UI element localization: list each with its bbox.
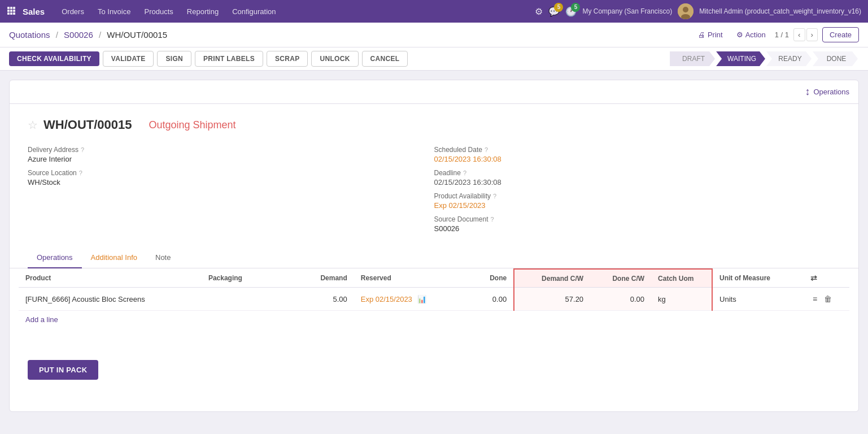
scheduled-date-field: Scheduled Date ? 02/15/2023 16:30:08 bbox=[434, 146, 841, 169]
svg-rect-5 bbox=[13, 10, 15, 12]
svg-rect-2 bbox=[13, 7, 15, 9]
product-availability-value[interactable]: Exp 02/15/2023 bbox=[434, 201, 841, 210]
help-icon-sched[interactable]: ? bbox=[485, 146, 488, 153]
list-action-button[interactable]: ≡ bbox=[810, 293, 819, 305]
doc-number: WH/OUT/00015 bbox=[43, 118, 132, 132]
nav-arrows: ‹ › bbox=[793, 28, 818, 41]
nav-configuration[interactable]: Configuration bbox=[226, 5, 281, 18]
avatar[interactable] bbox=[678, 3, 693, 19]
source-location-value[interactable]: WH/Stock bbox=[28, 178, 434, 186]
help-icon-srcdoc[interactable]: ? bbox=[491, 216, 494, 223]
grid-icon[interactable] bbox=[7, 6, 16, 17]
create-button[interactable]: Create bbox=[822, 27, 859, 42]
product-availability-field: Product Availability ? Exp 02/15/2023 bbox=[434, 192, 841, 215]
status-done[interactable]: DONE bbox=[813, 51, 858, 66]
doc-type: Outgoing Shipment bbox=[149, 119, 236, 131]
prev-button[interactable]: ‹ bbox=[793, 28, 805, 41]
action-button[interactable]: ⚙ Action bbox=[732, 28, 770, 41]
nav-orders[interactable]: Orders bbox=[56, 5, 90, 18]
help-icon-deadline[interactable]: ? bbox=[463, 170, 466, 176]
activity-badge: 5 bbox=[571, 3, 580, 12]
arrows-icon: ↕ bbox=[805, 86, 810, 98]
th-demand-cw: Demand C/W bbox=[514, 269, 590, 288]
nav-to-invoice[interactable]: To Invoice bbox=[92, 5, 137, 18]
th-demand: Demand bbox=[293, 269, 354, 288]
source-document-label: Source Document bbox=[434, 215, 488, 223]
svg-rect-7 bbox=[10, 12, 12, 15]
td-demand-cw[interactable]: 57.20 bbox=[514, 288, 590, 311]
th-uom: Unit of Measure bbox=[712, 269, 804, 288]
validate-button[interactable]: VALIDATE bbox=[103, 51, 154, 67]
next-button[interactable]: › bbox=[806, 28, 818, 41]
app-name: Sales bbox=[23, 7, 45, 16]
breadcrumb-current: WH/OUT/00015 bbox=[107, 30, 167, 40]
tab-note[interactable]: Note bbox=[146, 248, 180, 268]
delete-row-button[interactable]: 🗑 bbox=[822, 293, 834, 305]
td-catch-uom[interactable]: kg bbox=[651, 288, 712, 311]
breadcrumb-s00026[interactable]: S00026 bbox=[64, 30, 93, 40]
td-actions: ≡ 🗑 bbox=[804, 288, 849, 311]
deadline-value[interactable]: 02/15/2023 16:30:08 bbox=[434, 178, 841, 186]
add-line-button[interactable]: Add a line bbox=[19, 311, 65, 328]
document-header: ☆ WH/OUT/00015 Outgoing Shipment bbox=[10, 104, 858, 146]
td-uom[interactable]: Units bbox=[712, 288, 804, 311]
gear-icon: ⚙ bbox=[736, 31, 743, 39]
svg-rect-1 bbox=[10, 7, 12, 9]
operations-tab-label: Operations bbox=[813, 88, 849, 96]
th-packaging: Packaging bbox=[202, 269, 293, 288]
svg-rect-4 bbox=[10, 10, 12, 12]
operations-tab-button[interactable]: ↕ Operations bbox=[805, 86, 849, 98]
put-in-pack-button[interactable]: PUT IN PACK bbox=[28, 360, 98, 380]
nav-reporting[interactable]: Reporting bbox=[181, 5, 224, 18]
action-row: CHECK AVAILABILITY VALIDATE SIGN PRINT L… bbox=[0, 47, 868, 71]
print-labels-button[interactable]: PRINT LABELS bbox=[195, 51, 263, 67]
print-icon: 🖨 bbox=[698, 31, 705, 39]
breadcrumb: Quotations / S00026 / WH/OUT/00015 bbox=[9, 30, 167, 40]
star-icon[interactable]: ☆ bbox=[28, 118, 38, 132]
th-product: Product bbox=[19, 269, 202, 288]
user-name: Mitchell Admin (product_catch_weight_inv… bbox=[699, 7, 861, 15]
delivery-address-field: Delivery Address ? Azure Interior bbox=[28, 146, 434, 169]
status-ready[interactable]: READY bbox=[766, 51, 812, 66]
document-card: ↕ Operations ☆ WH/OUT/00015 Outgoing Shi… bbox=[9, 80, 859, 412]
unlock-button[interactable]: UNLOCK bbox=[311, 51, 358, 67]
delivery-address-value[interactable]: Azure Interior bbox=[28, 155, 434, 163]
td-demand[interactable]: 5.00 bbox=[293, 288, 354, 311]
td-packaging[interactable] bbox=[202, 288, 293, 311]
th-done-cw: Done C/W bbox=[590, 269, 651, 288]
tab-bar: Operations Additional Info Note bbox=[10, 248, 858, 268]
help-icon-delivery[interactable]: ? bbox=[81, 146, 84, 153]
top-navigation: Sales Orders To Invoice Products Reporti… bbox=[0, 0, 868, 23]
status-draft[interactable]: DRAFT bbox=[670, 51, 715, 66]
scheduled-date-value[interactable]: 02/15/2023 16:30:08 bbox=[434, 155, 841, 163]
cancel-button[interactable]: CANCEL bbox=[362, 51, 408, 67]
td-done[interactable]: 0.00 bbox=[453, 288, 514, 311]
document-fields: Delivery Address ? Azure Interior Source… bbox=[10, 146, 858, 248]
help-icon-source[interactable]: ? bbox=[79, 170, 82, 176]
breadcrumb-quotations[interactable]: Quotations bbox=[9, 30, 50, 40]
sign-button[interactable]: SIGN bbox=[157, 51, 191, 67]
th-actions: ⇄ bbox=[804, 269, 849, 288]
td-done-cw[interactable]: 0.00 bbox=[590, 288, 651, 311]
columns-icon[interactable]: ⇄ bbox=[810, 274, 817, 283]
help-icon-avail[interactable]: ? bbox=[493, 193, 496, 199]
page-counter: 1 / 1 bbox=[775, 31, 789, 39]
company-name: My Company (San Francisco) bbox=[582, 7, 672, 15]
td-reserved[interactable]: Exp 02/15/2023 📊 bbox=[354, 288, 453, 311]
chat-icon[interactable]: 💬 5 bbox=[548, 6, 560, 17]
check-availability-button[interactable]: CHECK AVAILABILITY bbox=[9, 51, 99, 66]
chart-icon[interactable]: 📊 bbox=[417, 295, 426, 303]
tab-additional-info[interactable]: Additional Info bbox=[82, 248, 146, 268]
settings-icon[interactable]: ⚙ bbox=[535, 6, 543, 17]
nav-products[interactable]: Products bbox=[138, 5, 178, 18]
ops-tab-area: ↕ Operations bbox=[10, 80, 858, 104]
svg-rect-0 bbox=[7, 7, 10, 9]
tab-operations[interactable]: Operations bbox=[28, 248, 82, 268]
activity-icon[interactable]: 🕐 5 bbox=[565, 6, 577, 17]
print-button[interactable]: 🖨 Print bbox=[693, 28, 727, 41]
scrap-button[interactable]: SCRAP bbox=[267, 51, 308, 67]
right-fields: Scheduled Date ? 02/15/2023 16:30:08 Dea… bbox=[434, 146, 841, 238]
status-waiting[interactable]: WAITING bbox=[716, 51, 765, 66]
td-product[interactable]: [FURN_6666] Acoustic Bloc Screens bbox=[19, 288, 202, 311]
status-bar: DRAFT WAITING READY DONE bbox=[670, 51, 859, 66]
